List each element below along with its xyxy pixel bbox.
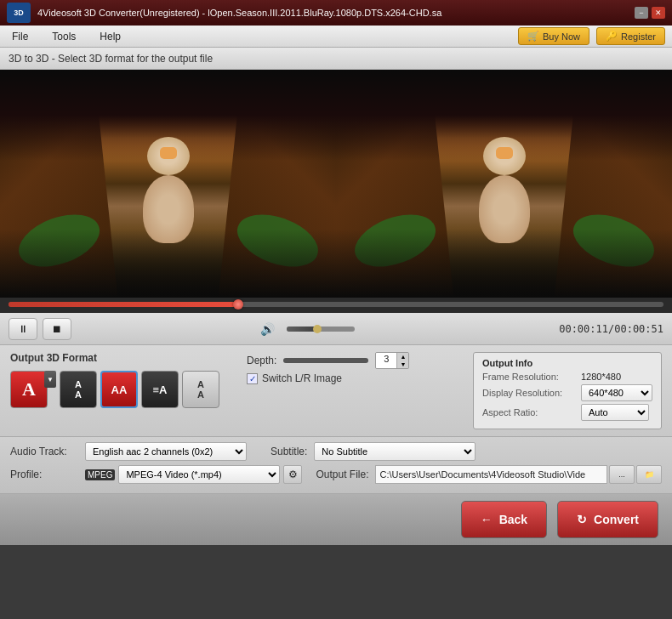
profile-settings-button[interactable]: ⚙	[283, 465, 302, 484]
depth-value-box: 3 ▲ ▼	[375, 352, 409, 369]
display-resolution-row: Display Resolution: 640*480 720*480 1280…	[482, 384, 652, 401]
video-left-half	[0, 70, 336, 298]
format-btn-interlace[interactable]: ≡A	[141, 371, 179, 408]
display-resolution-select[interactable]: 640*480 720*480 1280*720 1920*1080	[581, 384, 652, 401]
convert-icon: ↻	[577, 513, 587, 526]
creature-character-r	[470, 150, 538, 252]
aspect-ratio-row: Aspect Ratio: Auto 4:3 16:9	[482, 404, 652, 421]
format-btn-group-a: A ▼	[10, 371, 56, 408]
format-btn-aa-dark[interactable]: AA	[60, 371, 97, 408]
creature-body	[143, 175, 194, 243]
pause-icon: ⏸	[18, 323, 28, 335]
window-title: 4Videosoft 3D Converter(Unregistered) - …	[37, 8, 635, 18]
key-icon: 🔑	[606, 31, 618, 42]
format-buttons: A ▼ AA AA ≡A AA	[10, 371, 219, 408]
bottom-settings: Audio Track: English aac 2 channels (0x2…	[0, 437, 672, 494]
aspect-ratio-label: Aspect Ratio:	[482, 407, 576, 417]
audio-subtitle-row: Audio Track: English aac 2 channels (0x2…	[10, 442, 662, 461]
minimize-button[interactable]: −	[635, 7, 648, 19]
browse-folder-button[interactable]: 📁	[636, 465, 662, 484]
seekbar-fill	[9, 302, 238, 307]
folder-icon: 📁	[645, 470, 654, 479]
subtitle-bar: 3D to 3D - Select 3D format for the outp…	[0, 48, 672, 70]
logo-text: 3D	[14, 9, 24, 17]
output-info-title: Output Info	[482, 358, 652, 368]
format-a-dropdown[interactable]: ▼	[44, 371, 56, 388]
depth-label: Depth:	[247, 355, 276, 366]
creature-head	[147, 137, 190, 175]
creature-character	[134, 150, 202, 252]
stop-icon: ⏹	[52, 323, 62, 335]
menu-tools[interactable]: Tools	[40, 27, 88, 46]
switch-lr-checkbox[interactable]: ✓	[247, 373, 258, 384]
back-icon: ←	[481, 513, 493, 526]
profile-icon: MPEG	[85, 469, 115, 480]
depth-down-arrow[interactable]: ▼	[396, 361, 408, 368]
seekbar-thumb[interactable]	[233, 299, 243, 310]
menu-file[interactable]: File	[0, 27, 40, 46]
title-bar: 3D 4Videosoft 3D Converter(Unregistered)…	[0, 0, 672, 26]
depth-arrows: ▲ ▼	[396, 353, 408, 368]
depth-up-arrow[interactable]: ▲	[396, 353, 408, 361]
buy-now-button[interactable]: 🛒 Buy Now	[518, 27, 589, 45]
creature-head-r	[483, 137, 526, 175]
format-btn-aa-stacked[interactable]: AA	[182, 371, 219, 408]
profile-label: Profile:	[10, 469, 78, 480]
subtitle-bar-text: 3D to 3D - Select 3D format for the outp…	[9, 53, 213, 65]
browse-dots-button[interactable]: ...	[609, 465, 635, 484]
menu-bar: File Tools Help 🛒 Buy Now 🔑 Register	[0, 26, 672, 48]
options-row: Output 3D Format A ▼ AA AA	[10, 352, 662, 429]
format-btn-aa-red[interactable]: AA	[100, 371, 138, 408]
controls-bar: ⏸ ⏹ 🔊 00:00:11/00:00:51	[0, 313, 672, 345]
display-resolution-label: Display Resolution:	[482, 388, 576, 398]
aspect-ratio-select[interactable]: Auto 4:3 16:9	[581, 404, 649, 421]
action-bar: ← Back ↻ Convert	[0, 494, 672, 545]
video-frame	[0, 70, 672, 298]
volume-slider[interactable]	[287, 327, 355, 332]
seekbar-container[interactable]	[0, 298, 672, 313]
output-path-display: C:\Users\User\Documents\4Videosoft Studi…	[375, 465, 607, 484]
menu-help[interactable]: Help	[88, 27, 133, 46]
audio-track-label: Audio Track:	[10, 446, 78, 457]
back-label: Back	[499, 513, 527, 526]
format-a-letter: A	[22, 378, 36, 400]
volume-thumb[interactable]	[313, 325, 322, 333]
depth-value: 3	[376, 353, 396, 368]
profile-select[interactable]: MPEG-4 Video (*.mp4)	[118, 465, 280, 484]
format-interlace-label: ≡A	[153, 383, 168, 396]
video-preview-area	[0, 70, 672, 298]
cart-icon: 🛒	[527, 31, 539, 42]
format-section: Output 3D Format A ▼ AA AA	[10, 352, 219, 408]
back-button[interactable]: ← Back	[461, 501, 547, 538]
format-aa-red-label: AA	[111, 383, 128, 396]
depth-section: Depth: 3 ▲ ▼ ✓ Switch L/R Image	[247, 352, 409, 384]
register-button[interactable]: 🔑 Register	[596, 27, 665, 45]
volume-icon: 🔊	[260, 322, 275, 336]
output-3d-format-label: Output 3D Format	[10, 352, 219, 364]
pause-button[interactable]: ⏸	[9, 318, 37, 340]
format-btn-a[interactable]: A	[10, 371, 48, 408]
close-button[interactable]: ✕	[652, 7, 665, 19]
output-file-section: C:\Users\User\Documents\4Videosoft Studi…	[375, 465, 662, 484]
format-aa-stacked-label: AA	[197, 379, 204, 400]
profile-output-row: Profile: MPEG MPEG-4 Video (*.mp4) ⚙ Out…	[10, 465, 662, 484]
convert-label: Convert	[594, 513, 639, 526]
options-area: Output 3D Format A ▼ AA AA	[0, 345, 672, 437]
frame-resolution-row: Frame Resolution: 1280*480	[482, 372, 652, 382]
seekbar[interactable]	[9, 302, 663, 307]
subtitle-select[interactable]: No Subtitle	[314, 442, 476, 461]
frame-resolution-label: Frame Resolution:	[482, 372, 576, 382]
frame-resolution-value: 1280*480	[581, 372, 621, 382]
depth-slider[interactable]	[283, 358, 368, 363]
stop-button[interactable]: ⏹	[43, 318, 71, 340]
switch-lr-label: Switch L/R Image	[262, 372, 342, 384]
format-aa-label: AA	[75, 379, 82, 400]
depth-row: Depth: 3 ▲ ▼	[247, 352, 409, 369]
window-controls: − ✕	[635, 7, 665, 19]
output-file-label: Output File:	[316, 469, 368, 480]
convert-button[interactable]: ↻ Convert	[557, 501, 658, 538]
profile-section: MPEG MPEG-4 Video (*.mp4) ⚙	[85, 465, 302, 484]
creature-body-r	[479, 175, 530, 243]
subtitle-label: Subtitle:	[271, 446, 307, 457]
audio-track-select[interactable]: English aac 2 channels (0x2)	[85, 442, 247, 461]
